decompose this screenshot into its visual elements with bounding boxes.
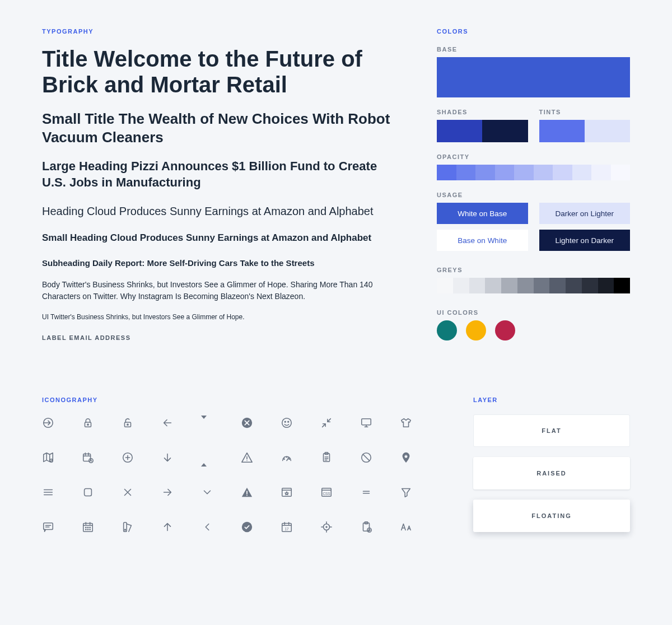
typo-heading: Heading Cloud Produces Sunny Earnings at… — [42, 204, 392, 219]
calendar-date-icon: 17 — [281, 521, 293, 535]
svg-rect-1 — [85, 422, 91, 427]
usage-swatch: Base on White — [437, 230, 528, 251]
warning-filled-icon — [241, 486, 253, 501]
svg-rect-3 — [125, 422, 131, 427]
swatch — [566, 278, 582, 293]
layer-raised: RAISED — [473, 457, 630, 489]
svg-point-39 — [326, 526, 327, 528]
arrow-up-icon — [161, 521, 174, 535]
shades-label: SHADES — [437, 109, 528, 115]
layer-floating: FLOATING — [473, 500, 630, 532]
crosshair-icon — [320, 521, 333, 535]
swatch — [514, 165, 534, 180]
swatch — [495, 165, 515, 180]
layer-section: LAYER FLAT RAISED FLOATING — [473, 397, 630, 542]
caret-down-icon — [201, 419, 207, 429]
swatch — [475, 165, 495, 180]
typo-ui: UI Twitter's Business Shrinks, but Inves… — [42, 312, 392, 322]
svg-point-4 — [127, 424, 128, 425]
arrow-left-icon — [161, 417, 174, 431]
svg-text:17: 17 — [284, 527, 289, 531]
typo-body: Body Twitter's Business Shrinks, but Inv… — [42, 279, 392, 302]
swatch — [614, 278, 630, 293]
tints-row — [539, 120, 631, 142]
swatch — [437, 165, 456, 180]
chevron-down-icon — [201, 486, 213, 501]
arrow-right-icon — [161, 486, 174, 501]
greys-label: GREYS — [437, 267, 630, 273]
shades-row — [437, 120, 528, 142]
svg-point-28 — [87, 527, 88, 528]
swatch — [453, 278, 469, 293]
typo-small-title: Small Title The Wealth of New Choices Wi… — [42, 110, 392, 146]
map-pin-icon — [42, 451, 54, 466]
typography-section: TYPOGRAPHY Title Welcome to the Future o… — [42, 28, 392, 352]
ui-color-swatch — [495, 320, 515, 341]
svg-point-16 — [286, 456, 287, 457]
usage-grid: White on BaseDarker on LighterBase on Wh… — [437, 203, 630, 251]
clipboard-plus-icon — [360, 521, 372, 535]
swatch — [485, 278, 501, 293]
collapse-icon — [320, 417, 333, 431]
ui-color-swatch — [437, 320, 457, 341]
greys-row — [437, 278, 630, 293]
slash-circle-icon — [360, 451, 372, 466]
dashboard-icon — [281, 417, 293, 431]
funnel-icon — [400, 486, 412, 501]
caret-up-icon — [201, 454, 207, 464]
swatch — [585, 120, 630, 142]
svg-point-8 — [288, 421, 289, 422]
svg-point-31 — [87, 529, 88, 530]
svg-point-14 — [284, 459, 284, 459]
swatch — [611, 165, 631, 180]
calendar-icon — [82, 521, 94, 535]
check-circle-icon — [241, 521, 253, 535]
swatch — [549, 278, 566, 293]
comment-icon — [42, 521, 54, 535]
close-icon — [122, 486, 134, 501]
svg-point-27 — [86, 527, 86, 528]
svg-point-15 — [289, 459, 290, 459]
swatch — [539, 120, 585, 142]
iconography-section: ICONOGRAPHY — [42, 397, 434, 542]
swatch — [598, 278, 614, 293]
enter-icon — [42, 417, 54, 431]
arrow-down-icon — [161, 451, 174, 466]
layer-flat: FLAT — [473, 414, 630, 447]
swatch — [501, 278, 517, 293]
icon-grid: CSS 17 — [42, 414, 434, 535]
svg-text:CSS: CSS — [323, 492, 330, 496]
css-icon: CSS — [320, 486, 333, 501]
base-label: BASE — [437, 46, 630, 53]
svg-point-35 — [242, 522, 252, 532]
svg-point-38 — [324, 524, 330, 530]
opacity-row — [437, 165, 630, 180]
svg-rect-20 — [85, 489, 92, 496]
swatch — [482, 120, 528, 142]
opacity-label: OPACITY — [437, 153, 630, 160]
svg-point-7 — [284, 421, 286, 422]
typography-label: TYPOGRAPHY — [42, 28, 392, 35]
svg-point-30 — [86, 529, 86, 530]
swatch — [553, 165, 572, 180]
textcase-icon — [400, 521, 412, 535]
shirt-icon — [400, 417, 412, 431]
swatch — [469, 278, 486, 293]
swatch — [517, 278, 534, 293]
typo-subheading: Subheading Daily Report: More Self-Drivi… — [42, 257, 392, 269]
svg-rect-25 — [44, 523, 53, 530]
base-swatch — [437, 57, 630, 97]
swatch — [582, 278, 598, 293]
browser-star-icon — [281, 486, 293, 501]
typo-large-heading: Large Heading Pizzi Announces $1 Billion… — [42, 158, 392, 190]
usage-label: USAGE — [437, 192, 630, 198]
usage-swatch: Lighter on Darker — [539, 230, 631, 251]
monitor-icon — [360, 417, 372, 431]
square-icon — [82, 486, 94, 501]
swatch — [456, 165, 476, 180]
svg-point-6 — [282, 418, 292, 428]
ui-colors-label: UI COLORS — [437, 309, 630, 316]
warning-triangle-icon — [241, 451, 253, 466]
svg-point-34 — [125, 529, 126, 530]
svg-point-29 — [90, 527, 90, 528]
